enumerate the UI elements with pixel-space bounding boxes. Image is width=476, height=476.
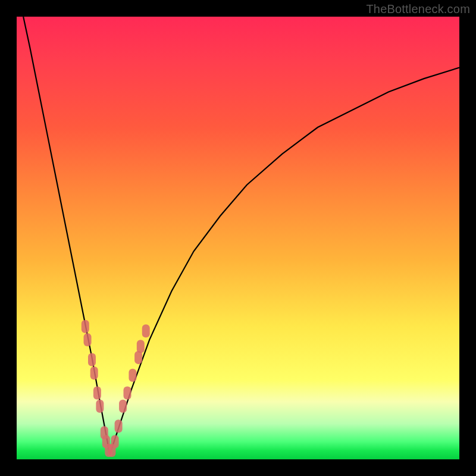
data-marker bbox=[119, 400, 127, 413]
right-arm-curve bbox=[109, 68, 459, 455]
data-marker bbox=[124, 386, 131, 399]
data-marker bbox=[129, 369, 136, 382]
chart-svg bbox=[17, 17, 459, 459]
watermark: TheBottleneck.com bbox=[366, 2, 470, 16]
data-marker bbox=[96, 400, 104, 413]
data-marker bbox=[142, 324, 150, 337]
data-marker bbox=[93, 386, 101, 399]
data-marker bbox=[82, 320, 89, 333]
data-marker bbox=[88, 353, 96, 367]
plot-area bbox=[17, 17, 459, 459]
data-marker bbox=[90, 367, 98, 380]
curve-group bbox=[23, 17, 459, 455]
data-marker bbox=[84, 333, 92, 346]
chart-frame: TheBottleneck.com bbox=[0, 0, 476, 476]
data-marker bbox=[115, 419, 123, 433]
data-marker bbox=[137, 340, 145, 353]
markers-group bbox=[82, 320, 150, 457]
data-marker bbox=[111, 435, 119, 448]
